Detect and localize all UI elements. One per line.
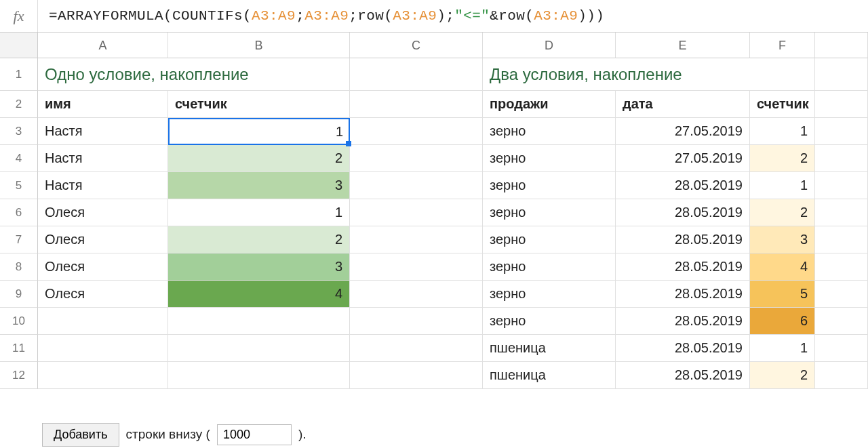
col-header-A[interactable]: A (38, 33, 168, 58)
cell-blank[interactable] (815, 226, 868, 253)
cell-blank[interactable] (815, 199, 868, 226)
cell-name[interactable]: Настя (38, 172, 168, 199)
cell-date[interactable]: 27.05.2019 (616, 145, 750, 172)
row-header-1[interactable]: 1 (0, 58, 38, 91)
cell[interactable] (350, 226, 483, 253)
select-all-corner[interactable] (0, 33, 38, 58)
cell[interactable] (350, 58, 483, 91)
cell-name[interactable]: Олеся (38, 226, 168, 253)
cell-name[interactable]: Настя (38, 118, 168, 145)
col-header-B[interactable]: B (168, 33, 350, 58)
cell[interactable] (350, 172, 483, 199)
row-header-2[interactable]: 2 (0, 91, 38, 118)
cell-counter-right[interactable]: 2 (750, 199, 815, 226)
cell-counter-right[interactable]: 2 (750, 362, 815, 389)
cell[interactable] (350, 91, 483, 118)
col-header-D[interactable]: D (483, 33, 616, 58)
row-header-5[interactable]: 5 (0, 172, 38, 199)
cell-blank[interactable] (815, 335, 868, 362)
cell-counter-right[interactable]: 5 (750, 281, 815, 308)
hdr-name[interactable]: имя (38, 91, 168, 118)
cell-counter-right[interactable]: 1 (750, 335, 815, 362)
cell-counter-right[interactable]: 3 (750, 226, 815, 253)
cell-date[interactable]: 28.05.2019 (616, 199, 750, 226)
cell[interactable] (350, 145, 483, 172)
cell-counter-left[interactable]: 2 (168, 145, 350, 172)
cell-sales[interactable]: зерно (483, 199, 616, 226)
cell-date[interactable]: 27.05.2019 (616, 118, 750, 145)
cell-name[interactable]: Олеся (38, 281, 168, 308)
cell-blank[interactable] (815, 281, 868, 308)
cell[interactable] (168, 362, 350, 389)
cell-date[interactable]: 28.05.2019 (616, 172, 750, 199)
cell-date[interactable]: 28.05.2019 (616, 308, 750, 335)
cell-sales[interactable]: зерно (483, 118, 616, 145)
cell[interactable] (350, 362, 483, 389)
formula-input[interactable]: =ARRAYFORMULA(COUNTIFs(A3:A9;A3:A9;row(A… (38, 8, 868, 24)
cell[interactable] (38, 308, 168, 335)
cell-sales[interactable]: зерно (483, 308, 616, 335)
cell[interactable] (350, 281, 483, 308)
row-header-4[interactable]: 4 (0, 145, 38, 172)
hdr-counter-left[interactable]: счетчик (168, 91, 350, 118)
col-header-E[interactable]: E (616, 33, 750, 58)
cell-counter-left[interactable]: 1 (168, 199, 350, 226)
cell-name[interactable]: Настя (38, 145, 168, 172)
cell-date[interactable]: 28.05.2019 (616, 281, 750, 308)
row-header-11[interactable]: 11 (0, 335, 38, 362)
cell-counter-left[interactable]: 1 (168, 118, 350, 145)
cell-counter-left[interactable]: 3 (168, 172, 350, 199)
hdr-counter-right[interactable]: счетчик (750, 91, 815, 118)
cell-blank[interactable] (815, 145, 868, 172)
cell[interactable] (350, 199, 483, 226)
cell-date[interactable]: 28.05.2019 (616, 362, 750, 389)
cell-blank[interactable] (815, 118, 868, 145)
cell-name[interactable]: Олеся (38, 199, 168, 226)
cell[interactable] (350, 308, 483, 335)
cell-blank[interactable] (815, 172, 868, 199)
cell-counter-right[interactable]: 4 (750, 253, 815, 281)
row-header-8[interactable]: 8 (0, 253, 38, 281)
cell-counter-right[interactable]: 1 (750, 118, 815, 145)
cell-sales[interactable]: зерно (483, 281, 616, 308)
cell-blank[interactable] (815, 91, 868, 118)
row-header-9[interactable]: 9 (0, 281, 38, 308)
row-header-12[interactable]: 12 (0, 362, 38, 389)
title-left[interactable]: Одно условие, накопление (38, 58, 350, 91)
cell-name[interactable]: Олеся (38, 253, 168, 281)
cell-date[interactable]: 28.05.2019 (616, 335, 750, 362)
cell-blank[interactable] (815, 253, 868, 281)
title-right[interactable]: Два условия, накопление (483, 58, 815, 91)
cell-counter-right[interactable]: 1 (750, 172, 815, 199)
cell[interactable] (350, 118, 483, 145)
cell-counter-left[interactable]: 2 (168, 226, 350, 253)
row-header-7[interactable]: 7 (0, 226, 38, 253)
cell-counter-left[interactable]: 3 (168, 253, 350, 281)
cell[interactable] (168, 335, 350, 362)
cell-sales[interactable]: зерно (483, 145, 616, 172)
spreadsheet-grid[interactable]: ABCDEF1Одно условие, накоплениеДва услов… (0, 33, 868, 389)
col-header-C[interactable]: C (350, 33, 483, 58)
row-header-10[interactable]: 10 (0, 308, 38, 335)
cell-counter-right[interactable]: 2 (750, 145, 815, 172)
cell-sales[interactable]: зерно (483, 253, 616, 281)
cell[interactable] (38, 335, 168, 362)
cell[interactable] (350, 335, 483, 362)
row-header-3[interactable]: 3 (0, 118, 38, 145)
cell-date[interactable]: 28.05.2019 (616, 253, 750, 281)
cell-counter-right[interactable]: 6 (750, 308, 815, 335)
cell-date[interactable]: 28.05.2019 (616, 226, 750, 253)
cell-blank[interactable] (815, 362, 868, 389)
cell-sales[interactable]: пшеница (483, 335, 616, 362)
col-header-F[interactable]: F (750, 33, 815, 58)
hdr-sales[interactable]: продажи (483, 91, 616, 118)
cell[interactable] (350, 253, 483, 281)
cell-blank[interactable] (815, 308, 868, 335)
cell-sales[interactable]: зерно (483, 172, 616, 199)
cell-counter-left[interactable]: 4 (168, 281, 350, 308)
hdr-date[interactable]: дата (616, 91, 750, 118)
row-header-6[interactable]: 6 (0, 199, 38, 226)
cell-blank[interactable] (815, 58, 868, 91)
cell[interactable] (38, 362, 168, 389)
cell[interactable] (168, 308, 350, 335)
